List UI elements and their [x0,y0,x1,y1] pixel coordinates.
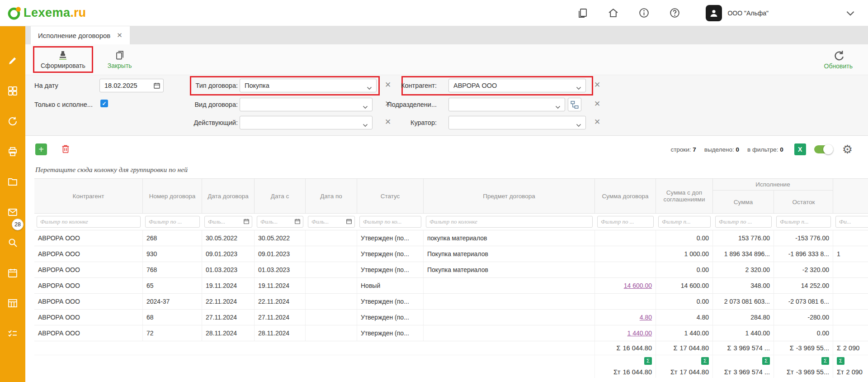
tab-close-icon[interactable]: ✕ [117,31,123,39]
grid-settings-gear-icon[interactable]: ⚙ [842,143,853,155]
contract-kind-label: Вид договора: [184,101,238,108]
chevron-down-icon[interactable] [844,7,856,19]
generate-button[interactable]: Сформировать [39,49,87,70]
tasks-icon[interactable] [7,328,18,339]
contract-sum-link[interactable]: 4.80 [640,314,652,321]
sum-badge-icon[interactable]: Σ [701,357,709,365]
calendar-icon[interactable] [7,267,18,278]
curator-select[interactable] [448,116,586,129]
col-date-to[interactable]: Дата по [306,179,357,213]
chevron-down-icon [367,84,372,91]
table-row[interactable]: АВРОРА ООО 65 19.11.2024 19.11.2024 Новы… [34,278,868,294]
mail-badge: 28 [12,219,24,230]
col-sum-with-addons[interactable]: Сумма с доп соглашениями [656,179,713,213]
calendar-icon[interactable] [243,218,250,226]
column-filter-input[interactable] [658,216,711,228]
cell-counterparty: АВРОРА ООО [34,262,143,277]
col-counterparty[interactable]: Контрагент [34,179,143,213]
sum-badge-icon[interactable]: Σ [644,357,652,365]
cell-extra [833,278,868,293]
sum-badge-icon[interactable]: Σ [821,357,829,365]
col-exec-sum[interactable]: Сумма [713,191,774,213]
cell-sum-with-addons: 1 000.00 [656,246,713,262]
sum-badge-icon[interactable]: Σ [837,357,844,365]
delete-row-button[interactable] [61,144,71,155]
col-contract-number[interactable]: Номер договора [143,179,202,213]
cell-contract-sum [595,262,656,277]
cell-extra [833,294,868,309]
calendar-icon[interactable] [153,82,160,91]
table-row[interactable]: АВРОРА ООО 68 27.11.2024 27.11.2024 Утве… [34,310,868,325]
contract-sum-link[interactable]: 1 440.00 [627,329,652,337]
col-subject[interactable]: Предмет договора [424,179,595,213]
division-select[interactable] [448,98,565,111]
col-status[interactable]: Статус [357,179,424,213]
tab-contract-execution[interactable]: Исполнение договоров ✕ [31,26,130,44]
table-row[interactable]: АВРОРА ООО 930 09.01.2023 09.01.2023 Утв… [34,246,868,262]
calendar-icon[interactable] [346,218,352,226]
division-tree-button[interactable] [568,98,581,111]
folder-icon[interactable] [7,177,18,187]
contract-type-select[interactable]: Покупка [240,79,377,92]
cell-subject [424,278,595,293]
column-filter-input[interactable] [145,216,200,228]
cell-counterparty: АВРОРА ООО [34,230,143,246]
col-date-from[interactable]: Дата с [255,179,306,213]
on-date-label: На дату [34,82,58,89]
refresh-button[interactable]: Обновить [822,48,854,71]
cell-contract-number: 65 [143,278,202,293]
calendar-icon[interactable] [294,218,301,226]
cell-contract-number: 268 [143,230,202,246]
documents-icon[interactable] [576,7,588,19]
cell-sum-with-addons: 0.00 [656,230,713,246]
cell-contract-number: 72 [143,325,202,341]
col-contract-sum[interactable]: Сумма договора [595,179,656,213]
col-extra[interactable] [833,179,868,213]
table-row[interactable]: АВРОРА ООО 72 28.11.2024 28.11.2024 Утве… [34,325,868,341]
lexema-logo[interactable]: Lexema.ru [7,6,86,20]
table-row[interactable]: АВРОРА ООО 268 30.05.2022 30.05.2022 Утв… [34,230,868,246]
active-clear-icon[interactable]: ✕ [385,118,391,126]
column-filter-input[interactable] [359,216,421,228]
close-button[interactable]: Закрыть [106,49,134,70]
cell-exec-remainder: -153 776.00 [774,230,833,246]
curator-clear-icon[interactable]: ✕ [594,118,600,126]
search-icon[interactable] [7,237,18,248]
sync-icon[interactable] [7,116,18,127]
modules-icon[interactable] [7,86,18,96]
print-icon[interactable] [7,146,18,157]
column-filter-input[interactable] [426,216,593,228]
cell-counterparty: АВРОРА ООО [34,294,143,309]
export-excel-button[interactable]: X [794,143,806,155]
column-filter-input[interactable] [597,216,654,228]
user-avatar[interactable] [706,5,722,21]
registry-icon[interactable] [7,298,18,309]
column-filter-input[interactable] [835,216,868,228]
active-select[interactable] [240,116,373,129]
mail-icon[interactable] [7,207,18,218]
sum-badge-icon[interactable]: Σ [762,357,770,365]
edit-icon[interactable] [7,55,18,66]
grid-toggle[interactable] [814,145,833,153]
counterparty-select[interactable]: АВРОРА ООО [448,79,586,92]
home-icon[interactable] [607,7,619,19]
only-executed-checkbox[interactable]: ✓ [100,100,108,107]
cell-contract-date: 09.01.2023 [202,246,255,262]
contract-sum-link[interactable]: 14 600.00 [624,282,652,289]
table-row[interactable]: АВРОРА ООО 2024-37 22.11.2024 22.11.2024… [34,294,868,310]
add-row-button[interactable]: + [35,143,47,155]
contract-kind-select[interactable] [240,98,373,111]
column-filter-input[interactable] [776,216,831,228]
table-row[interactable]: АВРОРА ООО 768 01.03.2023 01.03.2023 Утв… [34,262,868,278]
column-filter-input[interactable] [715,216,772,228]
column-filter-input[interactable] [37,216,141,228]
col-group-execution: Исполнение Сумма Остаток [713,179,833,213]
help-icon[interactable] [669,7,680,19]
col-exec-remainder[interactable]: Остаток [774,191,833,213]
contract-type-clear-icon[interactable]: ✕ [385,81,391,89]
col-contract-date[interactable]: Дата договора [202,179,255,213]
division-clear-icon[interactable]: ✕ [594,100,600,108]
counterparty-clear-icon[interactable]: ✕ [594,81,600,89]
refresh-icon [832,49,844,61]
info-icon[interactable] [638,7,650,19]
